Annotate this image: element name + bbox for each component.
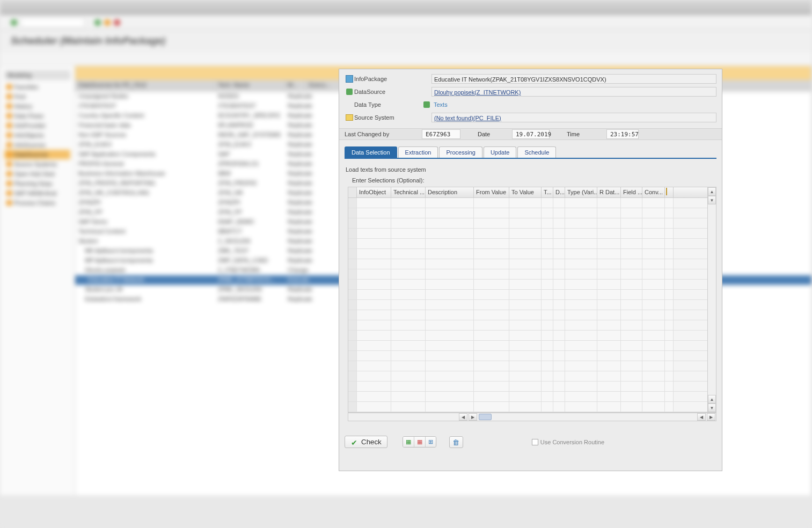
col-rdat[interactable]: R Dat... [597, 187, 621, 197]
table-row[interactable] [348, 269, 707, 280]
use-conversion-checkbox[interactable]: Use Conversion Routine [532, 439, 604, 445]
col-conv[interactable]: Conv... [642, 187, 665, 197]
datatype-value: Texts [431, 101, 448, 108]
col-technical[interactable]: Technical ... [391, 187, 426, 197]
tabs: Data Selection Extraction Processing Upd… [345, 146, 716, 159]
changedby-label: Last Changed by [345, 131, 422, 137]
preview-button[interactable]: ▦ [403, 437, 414, 447]
icon-group-1: ▦ ▦ ⊞ [403, 436, 436, 448]
row-changedby: Last Changed by E67Z963 Date 19.07.2019 … [339, 128, 722, 140]
datasource-value[interactable]: Dlouhy popisek(Z_ITNETWORK) [431, 87, 716, 97]
sub-instruction-text: Enter Selections (Optional): [345, 175, 716, 186]
bottom-toolbar: ✔ Check ▦ ▦ ⊞ 🗑 Use Conversion Routine [345, 436, 716, 448]
table-row[interactable] [348, 208, 707, 218]
table-row[interactable] [348, 402, 707, 412]
scroll-up2-icon[interactable]: ▲ [708, 395, 716, 404]
tab-schedule[interactable]: Schedule [517, 146, 556, 158]
scroll-up-icon[interactable]: ▲ [708, 187, 716, 196]
infopackage-panel: InfoPackage Educative IT Network(ZPAK_21… [339, 69, 722, 471]
table-row[interactable] [348, 229, 707, 239]
table-settings-icon [666, 188, 667, 195]
tab-data-selection[interactable]: Data Selection [345, 146, 397, 158]
layout-icon: ⊞ [428, 438, 433, 445]
row-datasource: DataSource Dlouhy popisek(Z_ITNETWORK) [345, 86, 716, 97]
infopackage-value[interactable]: Educative IT Network(ZPAK_21T08YGV1IZXS8… [431, 74, 716, 84]
scroll-down2-icon[interactable]: ▼ [708, 404, 716, 412]
table-row[interactable] [348, 290, 707, 300]
vertical-scrollbar[interactable]: ▲ ▼ ▲ ▼ [707, 187, 716, 412]
row-sourcesystem: Source System (No text found)(PC_FILE) [345, 112, 716, 123]
datasource-label: DataSource [354, 89, 422, 95]
tab-extraction[interactable]: Extraction [398, 146, 438, 158]
instruction-text: Load texts from source system [345, 164, 716, 175]
table-row[interactable] [348, 361, 707, 371]
infopackage-icon [346, 75, 353, 83]
table-row[interactable] [348, 351, 707, 361]
filter-icon: ▦ [417, 438, 422, 445]
sourcesystem-icon [346, 114, 353, 121]
table-row[interactable] [348, 198, 707, 208]
datatype-label: Data Type [354, 101, 422, 108]
col-tovalue[interactable]: To Value [509, 187, 542, 197]
horizontal-scrollbar[interactable]: ◀ ▶ ◀ ▶ [348, 413, 716, 421]
table-row[interactable] [348, 371, 707, 382]
table-row[interactable] [348, 280, 707, 290]
check-button[interactable]: ✔ Check [345, 436, 387, 448]
table-row[interactable] [348, 300, 707, 310]
check-icon: ✔ [350, 438, 358, 446]
col-infoobject[interactable]: InfoObject [357, 187, 391, 197]
row-infopackage: InfoPackage Educative IT Network(ZPAK_21… [345, 74, 716, 84]
table-row[interactable] [348, 310, 707, 320]
filter-button[interactable]: ▦ [414, 437, 426, 447]
table-row[interactable] [348, 320, 707, 331]
table-row[interactable] [348, 218, 707, 229]
hscroll-thumb[interactable] [479, 414, 492, 420]
check-label: Check [361, 438, 382, 446]
layout-button[interactable]: ⊞ [426, 437, 436, 447]
tab-processing[interactable]: Processing [439, 146, 482, 158]
texts-icon [423, 101, 430, 108]
time-label: Time [564, 131, 587, 137]
preview-icon: ▦ [406, 438, 411, 445]
col-type[interactable]: Type (Vari... [565, 187, 597, 197]
col-description[interactable]: Description [426, 187, 474, 197]
time-value: 23:19:57 [606, 129, 639, 139]
row-datatype: Data Type Texts [345, 99, 716, 110]
hscroll-left-icon[interactable]: ◀ [459, 413, 467, 421]
hscroll-left2-icon[interactable]: ◀ [697, 413, 706, 421]
form-area: InfoPackage Educative IT Network(ZPAK_21… [339, 69, 722, 128]
date-value: 19.07.2019 [512, 129, 550, 139]
datasource-icon [346, 89, 353, 95]
hscroll-right-icon[interactable]: ▶ [469, 413, 477, 421]
table-row[interactable] [348, 382, 707, 392]
tab-content: Load texts from source system Enter Sele… [345, 164, 716, 421]
checkbox-box [532, 439, 538, 445]
use-conversion-label: Use Conversion Routine [540, 439, 604, 445]
table-row[interactable] [348, 249, 707, 259]
grid-header: InfoObject Technical ... Description Fro… [348, 187, 707, 198]
col-settings[interactable] [665, 187, 674, 197]
col-field[interactable]: Field ... [621, 187, 642, 197]
col-t[interactable]: T... [542, 187, 553, 197]
scroll-track[interactable] [708, 204, 716, 395]
infopackage-label: InfoPackage [354, 76, 422, 82]
grid-body[interactable] [348, 198, 707, 412]
table-row[interactable] [348, 259, 707, 269]
table-row[interactable] [348, 341, 707, 351]
table-row[interactable] [348, 331, 707, 341]
hscroll-right2-icon[interactable]: ▶ [707, 413, 715, 421]
table-row[interactable] [348, 239, 707, 249]
col-selector[interactable] [348, 187, 357, 197]
scroll-down-icon[interactable]: ▼ [708, 196, 716, 204]
date-label: Date [474, 131, 498, 137]
sourcesystem-label: Source System [354, 114, 422, 121]
changedby-value: E67Z963 [422, 129, 460, 139]
tab-update[interactable]: Update [484, 146, 516, 158]
selection-grid: InfoObject Technical ... Description Fro… [348, 187, 716, 413]
sourcesystem-value[interactable]: (No text found)(PC_FILE) [431, 113, 716, 122]
table-row[interactable] [348, 392, 707, 402]
trash-icon: 🗑 [452, 438, 460, 446]
delete-button[interactable]: 🗑 [449, 436, 463, 448]
col-fromvalue[interactable]: From Value [474, 187, 509, 197]
col-d[interactable]: D... [553, 187, 565, 197]
